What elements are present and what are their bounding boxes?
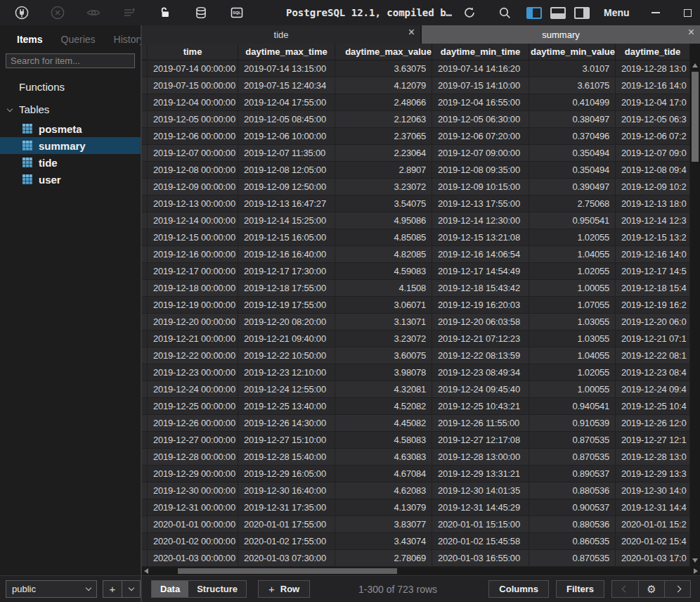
console-log-icon[interactable] [121,4,138,21]
cell-daytime_max_time[interactable]: 2019-12-26 14:30:00 [238,415,335,432]
cell-daytime_min_value[interactable]: 0.900537 [529,499,616,516]
data-view-button[interactable]: Data [152,581,188,597]
cell-daytime_min_value[interactable]: 0.410499 [529,94,616,111]
tree-item-tables[interactable]: Tables [0,98,141,120]
cell-daytime_tide[interactable]: 2019-12-16 14:0 [616,77,690,94]
table-row[interactable]: 2019-12-07 00:00:002019-12-07 11:35:002.… [142,145,690,162]
cell-daytime_max_value[interactable]: 4.45082 [335,415,432,432]
toggle-sidebar-icon[interactable] [522,0,546,25]
cell-daytime_max_value[interactable]: 3.54075 [335,196,432,212]
previous-page-button[interactable] [612,581,638,597]
cell-daytime_min_time[interactable]: 2019-12-27 12:17:08 [432,432,529,449]
eye-icon[interactable] [85,4,102,21]
cell-daytime_max_value[interactable]: 2.78069 [335,550,432,567]
add-options-button[interactable] [122,581,140,597]
table-row[interactable]: 2019-12-23 00:00:002019-12-23 12:10:003.… [142,364,690,381]
table-row[interactable]: 2019-12-16 00:00:002019-12-16 16:40:004.… [142,246,690,263]
cell-daytime_tide[interactable]: 2019-12-17 14:5 [616,263,690,280]
cell-daytime_tide[interactable]: 2019-12-26 12:0 [616,415,690,432]
cell-time[interactable]: 2019-12-27 00:00:00 [148,432,238,449]
cell-daytime_max_time[interactable]: 2019-12-07 11:35:00 [238,145,335,162]
table-row[interactable]: 2019-12-27 00:00:002019-12-27 15:10:004.… [142,432,690,449]
cell-daytime_max_time[interactable]: 2019-12-25 13:40:00 [238,398,335,415]
table-row[interactable]: 2019-07-14 00:00:002019-07-14 13:15:003.… [142,60,690,77]
cell-daytime_tide[interactable]: 2019-12-23 08:4 [616,364,690,381]
cell-daytime_max_time[interactable]: 2019-07-14 13:15:00 [238,60,335,77]
cell-daytime_max_time[interactable]: 2019-12-27 15:10:00 [238,432,335,449]
sql-console-icon[interactable]: SQL [228,4,245,21]
horizontal-scrollbar-thumb[interactable] [178,568,397,574]
table-row[interactable]: 2019-12-20 00:00:002019-12-20 08:20:003.… [142,314,690,331]
cell-daytime_min_time[interactable]: 2019-12-16 14:06:54 [432,246,529,263]
cell-daytime_max_value[interactable]: 3.63075 [335,60,432,77]
filters-button[interactable]: Filters [556,580,604,598]
cell-daytime_max_time[interactable]: 2019-12-31 17:35:00 [238,499,335,516]
cell-time[interactable]: 2020-01-03 00:00:00 [148,550,238,567]
table-row[interactable]: 2020-01-03 00:00:002020-01-03 07:30:002.… [142,550,690,567]
cell-daytime_min_value[interactable]: 0.860535 [529,533,616,550]
cell-daytime_tide[interactable]: 2019-12-14 12:3 [616,212,690,229]
cell-daytime_max_value[interactable]: 3.60075 [335,347,432,364]
tree-item-functions[interactable]: Functions [0,75,141,98]
cell-daytime_max_time[interactable]: 2019-12-20 08:20:00 [238,314,335,331]
cell-daytime_max_value[interactable]: 4.63083 [335,449,432,466]
cell-daytime_max_value[interactable]: 4.58083 [335,432,432,449]
cell-time[interactable]: 2019-12-04 00:00:00 [148,94,238,111]
cell-daytime_tide[interactable]: 2019-12-20 06:0 [616,314,690,331]
cell-daytime_min_time[interactable]: 2019-12-25 10:43:21 [432,398,529,415]
cell-daytime_min_time[interactable]: 2019-12-07 09:00:00 [432,145,529,162]
cell-daytime_min_time[interactable]: 2020-01-02 15:45:58 [432,533,529,550]
cell-daytime_min_time[interactable]: 2019-12-22 08:13:59 [432,347,529,364]
page-settings-button[interactable]: ⚙ [638,581,664,597]
cell-daytime_min_time[interactable]: 2019-07-14 14:16:20 [432,60,529,77]
cell-daytime_max_value[interactable]: 3.23072 [335,179,432,196]
cell-daytime_min_value[interactable]: 1.02055 [529,229,616,246]
cell-time[interactable]: 2019-12-25 00:00:00 [148,398,238,415]
cell-time[interactable]: 2019-12-18 00:00:00 [148,280,238,297]
cell-daytime_tide[interactable]: 2019-12-28 13:0 [616,60,690,77]
cell-daytime_min_value[interactable]: 0.380497 [529,111,616,128]
cell-daytime_tide[interactable]: 2019-12-15 13:2 [616,229,690,246]
table-row[interactable]: 2019-12-24 00:00:002019-12-24 12:55:004.… [142,381,690,398]
cell-time[interactable]: 2019-12-17 00:00:00 [148,263,238,280]
cell-daytime_max_value[interactable]: 4.82085 [335,246,432,263]
cell-daytime_min_time[interactable]: 2019-12-31 14:45:29 [432,499,529,516]
cell-daytime_min_value[interactable]: 1.00055 [529,280,616,297]
cell-daytime_tide[interactable]: 2019-12-04 17:0 [616,94,690,111]
table-row[interactable]: 2019-12-18 00:00:002019-12-18 17:55:004.… [142,280,690,297]
table-row[interactable]: 2019-12-17 00:00:002019-12-17 17:30:004.… [142,263,690,280]
tab-history[interactable]: History [114,34,145,45]
cell-daytime_min_value[interactable]: 0.870535 [529,449,616,466]
expander-icon[interactable] [7,105,13,111]
cell-time[interactable]: 2019-12-30 00:00:00 [148,482,238,499]
cell-daytime_max_value[interactable]: 4.85085 [335,229,432,246]
cell-daytime_min_value[interactable]: 0.880536 [529,516,616,533]
cell-daytime_min_time[interactable]: 2019-12-08 09:35:00 [432,162,529,179]
refresh-icon[interactable] [452,0,487,25]
cell-daytime_min_value[interactable]: 2.75068 [529,196,616,212]
cell-time[interactable]: 2019-12-24 00:00:00 [148,381,238,398]
scroll-left-icon[interactable] [144,568,148,574]
menu-button[interactable]: Menu [594,7,640,18]
table-row[interactable]: 2019-12-26 00:00:002019-12-26 14:30:004.… [142,415,690,432]
cell-time[interactable]: 2019-12-23 00:00:00 [148,364,238,381]
table-row[interactable]: 2019-12-28 00:00:002019-12-28 15:40:004.… [142,449,690,466]
cell-daytime_tide[interactable]: 2019-12-27 12:1 [616,432,690,449]
cell-time[interactable]: 2019-12-07 00:00:00 [148,145,238,162]
cell-daytime_min_value[interactable]: 0.890537 [529,466,616,482]
tab-queries[interactable]: Queries [61,34,96,45]
cell-daytime_tide[interactable]: 2019-12-09 10:2 [616,179,690,196]
structure-view-button[interactable]: Structure [188,581,246,597]
cell-daytime_min_time[interactable]: 2019-12-04 16:55:00 [432,94,529,111]
table-row[interactable]: 2019-12-13 00:00:002019-12-13 16:47:273.… [142,196,690,212]
close-tab-icon[interactable]: × [408,26,415,39]
cell-daytime_min_value[interactable]: 3.61075 [529,77,616,94]
table-row[interactable]: 2019-12-21 00:00:002019-12-21 09:40:003.… [142,331,690,347]
cell-time[interactable]: 2019-07-14 00:00:00 [148,60,238,77]
disconnect-icon[interactable] [49,4,66,21]
vertical-scrollbar-thumb[interactable] [692,72,699,162]
cell-daytime_tide[interactable]: 2019-12-16 14:0 [616,246,690,263]
cell-daytime_max_value[interactable]: 3.13071 [335,314,432,331]
next-page-button[interactable] [664,581,690,597]
cell-daytime_max_time[interactable]: 2019-12-09 12:50:00 [238,179,335,196]
